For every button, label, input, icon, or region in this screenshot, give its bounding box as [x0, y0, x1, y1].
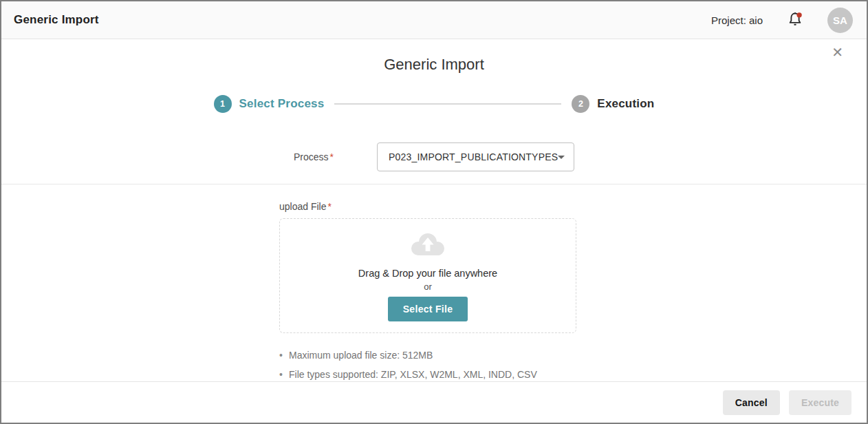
dropzone-or-text: or: [424, 282, 432, 292]
notification-bell-icon[interactable]: [786, 11, 804, 29]
user-avatar[interactable]: SA: [827, 8, 853, 33]
process-label: Process*: [294, 151, 377, 162]
upload-section: upload File* Drag & Drop your file anywh…: [279, 201, 576, 384]
step-execution[interactable]: 2 Execution: [572, 95, 654, 113]
execute-button[interactable]: Execute: [789, 390, 851, 415]
step-2-circle: 2: [572, 95, 589, 113]
cancel-button[interactable]: Cancel: [723, 390, 780, 415]
app-title: Generic Import: [14, 13, 99, 27]
process-select[interactable]: P023_IMPORT_PUBLICATIONTYPES: [377, 142, 574, 171]
dropzone-text: Drag & Drop your file anywhere: [358, 268, 497, 279]
process-row: Process* P023_IMPORT_PUBLICATIONTYPES: [1, 142, 867, 171]
generic-import-window: Generic Import Project: aio SA Generic I…: [0, 0, 868, 424]
stepper-connector: [334, 103, 561, 105]
note-max-size: Maximum upload file size: 512MB: [279, 346, 576, 365]
upload-file-label: upload File*: [279, 201, 576, 212]
project-label: Project: aio: [711, 14, 763, 26]
close-icon[interactable]: ✕: [832, 45, 843, 59]
app-header: Generic Import Project: aio SA: [1, 1, 867, 39]
step-1-label: Select Process: [239, 97, 325, 111]
section-divider: [1, 184, 867, 184]
chevron-down-icon: [558, 156, 565, 159]
step-select-process[interactable]: 1 Select Process: [214, 95, 325, 113]
dialog-footer: Cancel Execute: [1, 381, 867, 423]
notification-dot: [796, 12, 801, 17]
step-1-circle: 1: [214, 95, 232, 113]
required-asterisk: *: [330, 151, 334, 162]
stepper: 1 Select Process 2 Execution: [1, 94, 867, 114]
dialog-title: Generic Import: [1, 39, 867, 76]
cloud-upload-icon: [407, 231, 448, 261]
select-file-button[interactable]: Select File: [388, 297, 468, 321]
file-dropzone[interactable]: Drag & Drop your file anywhere or Select…: [279, 218, 576, 333]
app-header-right: Project: aio SA: [711, 8, 853, 33]
step-2-label: Execution: [597, 97, 654, 111]
process-select-value: P023_IMPORT_PUBLICATIONTYPES: [389, 151, 558, 162]
required-asterisk: *: [328, 201, 332, 212]
upload-notes: Maximum upload file size: 512MB File typ…: [279, 346, 576, 384]
